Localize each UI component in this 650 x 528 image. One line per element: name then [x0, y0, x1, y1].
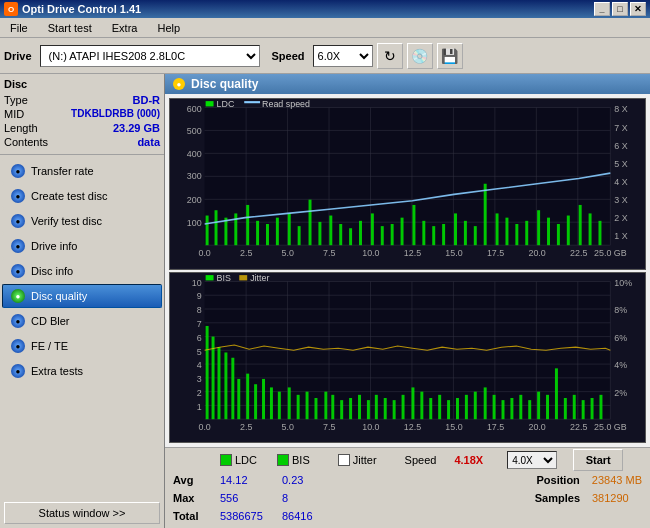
- status-window-button[interactable]: Status window >>: [4, 502, 160, 524]
- svg-rect-135: [411, 387, 414, 419]
- svg-text:4: 4: [197, 360, 202, 370]
- bis-chart-svg: 10 9 8 7 6 5 4 3 2 1 10% 8% 6% 4% 2%: [170, 273, 645, 443]
- svg-rect-49: [515, 224, 518, 245]
- svg-text:25.0 GB: 25.0 GB: [594, 421, 627, 431]
- svg-text:600: 600: [187, 103, 202, 113]
- svg-rect-47: [496, 213, 499, 245]
- svg-text:15.0: 15.0: [445, 421, 462, 431]
- menu-help[interactable]: Help: [151, 20, 186, 36]
- nav-disc-info[interactable]: ● Disc info: [2, 259, 162, 283]
- total-label: Total: [173, 510, 208, 522]
- svg-rect-145: [502, 400, 505, 419]
- svg-rect-144: [493, 394, 496, 418]
- ldc-legend-label: LDC: [235, 454, 257, 466]
- svg-text:10%: 10%: [614, 277, 632, 287]
- svg-text:6%: 6%: [614, 332, 627, 342]
- nav-extra-tests[interactable]: ● Extra tests: [2, 359, 162, 383]
- svg-text:4%: 4%: [614, 360, 627, 370]
- mid-label: MID: [4, 108, 24, 120]
- nav-fe-te[interactable]: ● FE / TE: [2, 334, 162, 358]
- svg-text:20.0: 20.0: [528, 248, 545, 258]
- svg-text:LDC: LDC: [217, 99, 235, 109]
- nav-label-transfer: Transfer rate: [31, 165, 94, 177]
- svg-text:1 X: 1 X: [614, 231, 627, 241]
- menu-start-test[interactable]: Start test: [42, 20, 98, 36]
- nav-label-cd-bler: CD Bler: [31, 315, 70, 327]
- svg-rect-133: [393, 400, 396, 419]
- svg-rect-52: [547, 218, 550, 246]
- disc-contents-row: Contents data: [4, 136, 160, 148]
- titlebar-title: O Opti Drive Control 1.41: [4, 2, 141, 16]
- svg-rect-156: [599, 394, 602, 418]
- minimize-button[interactable]: _: [594, 2, 610, 16]
- menu-extra[interactable]: Extra: [106, 20, 144, 36]
- nav-buttons: ● Transfer rate ● Create test disc ● Ver…: [0, 155, 164, 498]
- svg-rect-25: [266, 224, 269, 245]
- close-button[interactable]: ✕: [630, 2, 646, 16]
- nav-transfer-rate[interactable]: ● Transfer rate: [2, 159, 162, 183]
- svg-text:2%: 2%: [614, 387, 627, 397]
- nav-label-drive: Drive info: [31, 240, 77, 252]
- svg-rect-121: [288, 387, 291, 419]
- svg-rect-127: [340, 400, 343, 419]
- save-button[interactable]: 💾: [437, 43, 463, 69]
- jitter-legend-box: [338, 454, 350, 466]
- svg-rect-28: [298, 226, 301, 245]
- nav-create-test[interactable]: ● Create test disc: [2, 184, 162, 208]
- nav-drive-info[interactable]: ● Drive info: [2, 234, 162, 258]
- svg-rect-57: [598, 221, 601, 245]
- svg-rect-122: [297, 394, 300, 418]
- svg-rect-36: [381, 226, 384, 245]
- jitter-legend: Jitter: [338, 454, 377, 466]
- svg-text:17.5: 17.5: [487, 248, 504, 258]
- cd-bler-icon: ●: [11, 314, 25, 328]
- nav-verify-test[interactable]: ● Verify test disc: [2, 209, 162, 233]
- disc-button[interactable]: 💿: [407, 43, 433, 69]
- svg-rect-151: [555, 368, 558, 419]
- position-value: 23843 MB: [592, 474, 642, 486]
- menubar: File Start test Extra Help: [0, 18, 650, 38]
- drive-select[interactable]: (N:) ATAPI IHES208 2.8L0C: [40, 45, 260, 67]
- ldc-chart: 600 500 400 300 200 100 8 X 7 X 6 X 5 X …: [169, 98, 646, 270]
- svg-rect-30: [318, 222, 321, 245]
- svg-rect-26: [276, 218, 279, 246]
- svg-text:5: 5: [197, 346, 202, 356]
- svg-text:0.0: 0.0: [198, 421, 210, 431]
- maximize-button[interactable]: □: [612, 2, 628, 16]
- svg-rect-120: [278, 391, 281, 419]
- nav-label-disc-info: Disc info: [31, 265, 73, 277]
- speed-stat-label: Speed: [405, 454, 437, 466]
- svg-text:10.0: 10.0: [362, 248, 379, 258]
- svg-rect-42: [442, 224, 445, 245]
- svg-text:7: 7: [197, 318, 202, 328]
- speed-label: Speed: [272, 50, 305, 62]
- type-value: BD-R: [133, 94, 161, 106]
- svg-rect-141: [465, 394, 468, 418]
- total-bis-value: 86416: [282, 510, 332, 522]
- nav-cd-bler[interactable]: ● CD Bler: [2, 309, 162, 333]
- disc-length-row: Length 23.29 GB: [4, 122, 160, 134]
- svg-text:200: 200: [187, 195, 202, 205]
- speed-select[interactable]: 6.0X: [313, 45, 373, 67]
- start-button[interactable]: Start: [573, 449, 623, 471]
- svg-rect-155: [591, 398, 594, 419]
- svg-text:12.5: 12.5: [404, 421, 421, 431]
- disc-info-icon: ●: [11, 264, 25, 278]
- svg-rect-35: [371, 213, 374, 245]
- svg-rect-125: [324, 391, 327, 419]
- nav-disc-quality[interactable]: ● Disc quality: [2, 284, 162, 308]
- ldc-legend-box: [220, 454, 232, 466]
- length-label: Length: [4, 122, 38, 134]
- menu-file[interactable]: File: [4, 20, 34, 36]
- mid-value: TDKBLDRBB (000): [71, 108, 160, 120]
- toolbar: Drive (N:) ATAPI IHES208 2.8L0C Speed 6.…: [0, 38, 650, 74]
- svg-text:7.5: 7.5: [323, 421, 335, 431]
- svg-text:8 X: 8 X: [614, 103, 627, 113]
- samples-label: Samples: [535, 492, 580, 504]
- transfer-rate-icon: ●: [11, 164, 25, 178]
- samples-value: 381290: [592, 492, 642, 504]
- refresh-button[interactable]: ↻: [377, 43, 403, 69]
- svg-rect-20: [215, 210, 218, 245]
- speed-bottom-select[interactable]: 4.0X: [507, 451, 557, 469]
- svg-rect-119: [270, 387, 273, 419]
